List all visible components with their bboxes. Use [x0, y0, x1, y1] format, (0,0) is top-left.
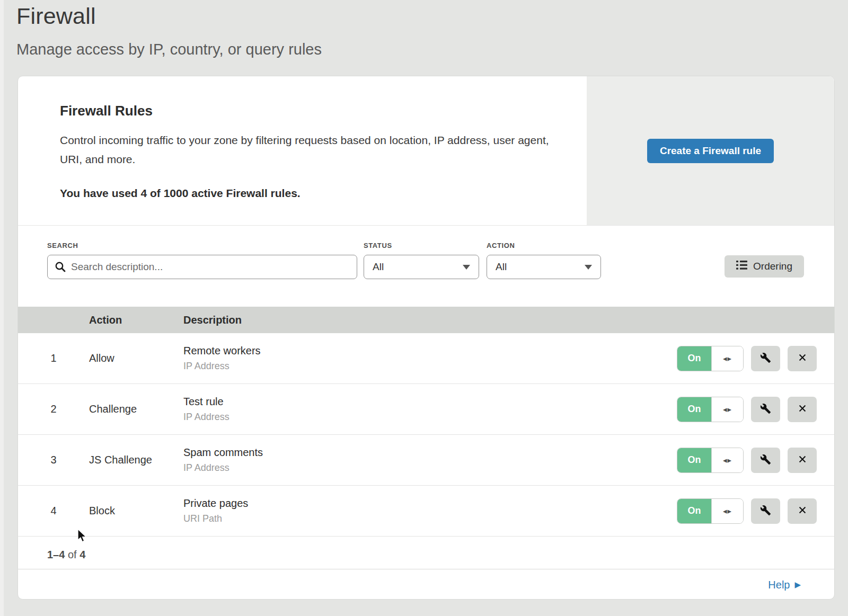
rule-match-type: IP Address — [183, 462, 659, 474]
rule-description-cell: Private pages URI Path — [183, 497, 659, 524]
chevron-down-icon — [463, 265, 470, 270]
status-select-value: All — [373, 261, 384, 273]
left-right-arrows-icon: ◂▸ — [711, 499, 743, 523]
overview-text-block: Firewall Rules Control incoming traffic … — [18, 76, 587, 225]
toggle-on-segment: On — [677, 448, 711, 472]
card-footer: Help ▶ — [18, 569, 834, 600]
overview-heading: Firewall Rules — [60, 103, 566, 119]
pagination-of: of — [68, 549, 77, 560]
left-right-arrows-icon: ◂▸ — [711, 448, 743, 472]
search-icon — [55, 261, 66, 273]
description-column-header: Description — [183, 314, 659, 326]
rule-controls: On ◂▸ — [659, 498, 834, 524]
create-firewall-rule-button[interactable]: Create a Firewall rule — [647, 139, 774, 163]
rule-controls: On ◂▸ — [659, 346, 834, 371]
ordered-list-icon — [736, 261, 747, 272]
filter-bar: SEARCH STATUS All ACTION All — [18, 226, 834, 307]
search-input[interactable] — [47, 255, 357, 279]
rule-enabled-toggle[interactable]: On ◂▸ — [677, 448, 744, 473]
help-arrow-icon: ▶ — [794, 580, 801, 590]
pagination-total: 4 — [80, 549, 85, 560]
ordering-button-label: Ordering — [753, 261, 792, 272]
chevron-down-icon — [585, 265, 592, 270]
status-select[interactable]: All — [364, 255, 479, 279]
table-row: 1 Allow Remote workers IP Address On ◂▸ — [18, 333, 834, 384]
table-row: 3 JS Challenge Spam comments IP Address … — [18, 435, 834, 486]
usage-summary: You have used 4 of 1000 active Firewall … — [60, 187, 566, 200]
toggle-on-segment: On — [677, 346, 711, 371]
page-subtitle: Manage access by IP, country, or query r… — [16, 41, 322, 58]
rule-match-type: IP Address — [183, 361, 659, 372]
delete-rule-button[interactable] — [788, 498, 817, 524]
page-title: Firewall — [16, 3, 322, 29]
ordering-button[interactable]: Ordering — [725, 255, 804, 278]
help-link-label: Help — [768, 579, 790, 591]
left-right-arrows-icon: ◂▸ — [711, 346, 743, 371]
table-header-row: Action Description — [18, 307, 834, 333]
rule-match-type: URI Path — [183, 513, 659, 524]
rule-enabled-toggle[interactable]: On ◂▸ — [677, 397, 744, 422]
status-filter-group: STATUS All — [364, 242, 479, 279]
close-icon — [797, 352, 808, 364]
wrench-icon — [760, 505, 771, 517]
rule-priority: 1 — [18, 352, 89, 364]
overview-description: Control incoming traffic to your zone by… — [60, 131, 563, 169]
wrench-icon — [760, 352, 771, 365]
mouse-cursor — [77, 529, 87, 545]
page-header: Firewall Manage access by IP, country, o… — [16, 3, 322, 58]
pagination-range: 1–4 — [47, 549, 65, 560]
rule-action: Allow — [89, 352, 183, 364]
delete-rule-button[interactable] — [788, 448, 817, 473]
action-column-header: Action — [89, 314, 183, 326]
rule-description-cell: Test rule IP Address — [183, 396, 659, 423]
overview-action-panel: Create a Firewall rule — [587, 76, 834, 225]
table-row: 4 Block Private pages URI Path On ◂▸ — [18, 486, 834, 537]
search-label: SEARCH — [47, 242, 357, 249]
rule-action: JS Challenge — [89, 454, 183, 466]
action-filter-group: ACTION All — [487, 242, 601, 279]
rule-match-type: IP Address — [183, 412, 659, 423]
rule-description: Spam comments — [183, 447, 659, 459]
rule-controls: On ◂▸ — [659, 448, 834, 473]
rule-controls: On ◂▸ — [659, 397, 834, 422]
status-label: STATUS — [364, 242, 479, 249]
rule-description: Private pages — [183, 497, 659, 510]
toggle-on-segment: On — [677, 397, 711, 422]
action-select-value: All — [496, 261, 507, 273]
firewall-rules-card: Firewall Rules Control incoming traffic … — [17, 76, 835, 600]
help-link[interactable]: Help ▶ — [768, 579, 801, 591]
wrench-icon — [760, 403, 771, 416]
page-left-edge — [0, 0, 4, 616]
rule-action: Block — [89, 505, 183, 517]
rule-priority: 3 — [18, 454, 89, 466]
rule-description: Remote workers — [183, 345, 659, 357]
table-row: 2 Challenge Test rule IP Address On ◂▸ — [18, 384, 834, 435]
edit-rule-button[interactable] — [751, 346, 780, 371]
close-icon — [797, 403, 808, 415]
rule-description-cell: Remote workers IP Address — [183, 345, 659, 372]
overview-section: Firewall Rules Control incoming traffic … — [18, 76, 834, 226]
action-select[interactable]: All — [487, 255, 601, 279]
close-icon — [797, 454, 808, 466]
left-right-arrows-icon: ◂▸ — [711, 397, 743, 422]
close-icon — [797, 505, 808, 517]
rule-priority: 4 — [18, 505, 89, 517]
rule-enabled-toggle[interactable]: On ◂▸ — [677, 498, 744, 524]
toggle-on-segment: On — [677, 499, 711, 523]
rule-priority: 2 — [18, 403, 89, 415]
search-filter-group: SEARCH — [47, 242, 357, 279]
rule-action: Challenge — [89, 403, 183, 415]
delete-rule-button[interactable] — [788, 346, 817, 371]
rule-description: Test rule — [183, 396, 659, 408]
edit-rule-button[interactable] — [751, 498, 780, 524]
action-label: ACTION — [487, 242, 601, 249]
edit-rule-button[interactable] — [751, 397, 780, 422]
search-box — [47, 255, 357, 279]
wrench-icon — [760, 454, 771, 467]
delete-rule-button[interactable] — [788, 397, 817, 422]
rule-enabled-toggle[interactable]: On ◂▸ — [677, 346, 744, 371]
edit-rule-button[interactable] — [751, 448, 780, 473]
rule-description-cell: Spam comments IP Address — [183, 447, 659, 474]
pagination: 1–4 of 4 — [18, 537, 834, 569]
